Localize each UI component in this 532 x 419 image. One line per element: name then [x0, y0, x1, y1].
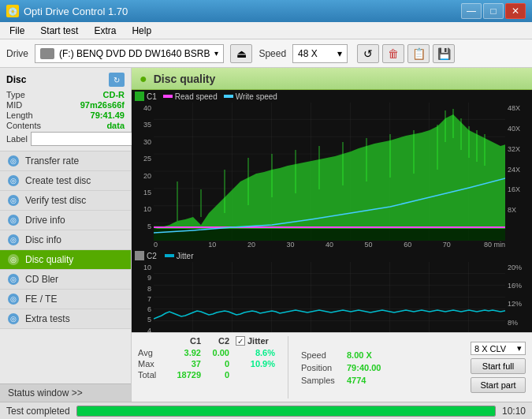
stats-headers: C1 C2 Jitter [138, 336, 275, 346]
refresh-button[interactable]: ↺ [357, 44, 379, 63]
cd-bler-icon: ◎ [8, 274, 19, 285]
speed-row: Speed 8.00 X [301, 350, 381, 360]
menu-help[interactable]: Help [125, 24, 158, 38]
c2-legend-label: C2 [147, 252, 157, 260]
bot-y-6: 6 [132, 305, 154, 313]
drive-bar: Drive (F:) BENQ DVD DD DW1640 BSRB ▾ ⏏ S… [0, 39, 532, 68]
position-stat-label: Position [301, 363, 342, 372]
x-label-60: 60 [388, 241, 427, 249]
drive-select[interactable]: (F:) BENQ DVD DD DW1640 BSRB ▾ [35, 44, 224, 63]
speed-stat-label: Speed [301, 350, 342, 360]
minimize-button[interactable]: — [461, 3, 482, 19]
progress-bar-container [76, 406, 496, 417]
close-button[interactable]: ✕ [505, 3, 526, 19]
nav-fe-te[interactable]: ◎ FE / TE [0, 290, 131, 309]
top-chart-y-axis-left: 40 35 30 25 20 15 10 5 [132, 103, 154, 241]
menu-start-test[interactable]: Start test [34, 24, 84, 38]
disc-info-panel: Disc ↻ Type CD-R MID 97m26s66f Length 79… [0, 68, 131, 152]
total-row: Total 18729 0 [138, 370, 275, 380]
disc-quality-header-icon: ● [140, 72, 147, 86]
y-label-25: 25 [132, 155, 154, 163]
disc-quality-icon: ◎ [8, 254, 19, 265]
position-row: Position 79:40.00 [301, 363, 381, 372]
max-c1: 37 [166, 359, 201, 368]
jitter-checkbox-container: Jitter [236, 336, 269, 346]
nav-disc-info[interactable]: ◎ Disc info [0, 230, 131, 250]
progress-bar-fill [77, 406, 495, 416]
nav-cd-bler[interactable]: ◎ CD Bler [0, 270, 131, 290]
speed-combo-value: 8 X CLV [474, 344, 506, 354]
nav-transfer-rate[interactable]: ◎ Transfer rate [0, 152, 131, 171]
status-text: Test completed [6, 406, 70, 417]
disc-quality-header: ● Disc quality [132, 68, 532, 90]
bot-y-5: 5 [132, 316, 154, 324]
stats-section: C1 C2 Jitter Avg 3.92 0.00 8.6% [132, 332, 532, 402]
total-label: Total [138, 370, 163, 380]
disc-refresh-button[interactable]: ↻ [109, 73, 125, 87]
label-input[interactable] [31, 132, 144, 146]
nav-items: ◎ Transfer rate ◎ Create test disc ◎ Ver… [0, 152, 131, 383]
avg-c2: 0.00 [204, 348, 229, 357]
nav-create-test-disc[interactable]: ◎ Create test disc [0, 171, 131, 191]
avg-row: Avg 3.92 0.00 8.6% [138, 348, 275, 357]
y-right-48x: 48X [508, 104, 530, 112]
x-label-70: 70 [427, 241, 467, 249]
x-label-80: 80 min [467, 241, 506, 249]
drive-dropdown-arrow: ▾ [214, 49, 218, 58]
extra-tests-icon: ◎ [8, 313, 19, 324]
speed-value: 48 X [298, 48, 318, 59]
avg-label: Avg [138, 348, 163, 357]
nav-disc-quality[interactable]: ◎ Disc quality [0, 250, 131, 270]
save-button[interactable]: 💾 [433, 44, 455, 63]
status-time: 10:10 [502, 406, 526, 417]
menu-file[interactable]: File [3, 24, 31, 38]
start-part-button[interactable]: Start part [471, 377, 526, 393]
jitter-checkbox[interactable] [236, 336, 245, 346]
verify-test-disc-icon: ◎ [8, 195, 19, 206]
read-speed-legend-label: Read speed [175, 92, 218, 101]
speed-combo-select[interactable]: 8 X CLV ▾ [471, 342, 526, 355]
x-label-40: 40 [310, 241, 349, 249]
speed-select[interactable]: 48 X ▾ [292, 44, 348, 63]
bot-y-8: 8 [132, 285, 154, 293]
title-bar: 💿 Opti Drive Control 1.70 — □ ✕ [0, 0, 532, 22]
top-chart-y-axis-right: 48X 40X 32X 24X 16X 8X [505, 103, 532, 241]
length-label: Length [6, 110, 33, 120]
app-title: Opti Drive Control 1.70 [24, 6, 128, 17]
start-full-button[interactable]: Start full [471, 358, 526, 374]
bot-y-right-8: 8% [508, 319, 530, 327]
menu-bar: File Start test Extra Help [0, 22, 532, 39]
status-window-button[interactable]: Status window >> [0, 383, 131, 402]
copy-button[interactable]: 📋 [407, 44, 430, 63]
nav-drive-info[interactable]: ◎ Drive info [0, 211, 131, 230]
app-icon: 💿 [6, 5, 19, 17]
legend-c2: C2 [135, 251, 157, 260]
type-label: Type [6, 90, 25, 99]
bot-y-right-20: 20% [508, 264, 530, 271]
right-stats: Speed 8.00 X Position 79:40.00 Samples 4… [301, 336, 381, 398]
nav-verify-test-disc[interactable]: ◎ Verify test disc [0, 191, 131, 211]
y-label-30: 30 [132, 138, 154, 146]
eject-button[interactable]: ⏏ [230, 44, 252, 63]
contents-value: data [106, 121, 125, 130]
stats-divider [288, 336, 288, 398]
create-test-disc-icon: ◎ [8, 175, 19, 186]
max-row: Max 37 0 10.9% [138, 359, 275, 368]
avg-jitter: 8.6% [236, 348, 275, 357]
bot-y-7: 7 [132, 295, 154, 303]
total-c1: 18729 [166, 370, 201, 380]
contents-label: Contents [6, 121, 41, 130]
c2-header: C2 [204, 336, 229, 346]
x-label-30: 30 [271, 241, 311, 249]
legend-c1: C1 [135, 92, 157, 101]
maximize-button[interactable]: □ [483, 3, 504, 19]
write-speed-legend-label: Write speed [236, 92, 277, 101]
disc-info-icon: ◎ [8, 234, 19, 245]
samples-stat-label: Samples [301, 376, 342, 385]
nav-extra-tests[interactable]: ◎ Extra tests [0, 309, 131, 329]
y-right-8x: 8X [508, 206, 530, 214]
action-buttons: ↺ 🗑 📋 💾 [357, 44, 455, 63]
menu-extra[interactable]: Extra [87, 24, 122, 38]
legend-write-speed: Write speed [224, 92, 277, 101]
erase-button[interactable]: 🗑 [382, 44, 404, 63]
